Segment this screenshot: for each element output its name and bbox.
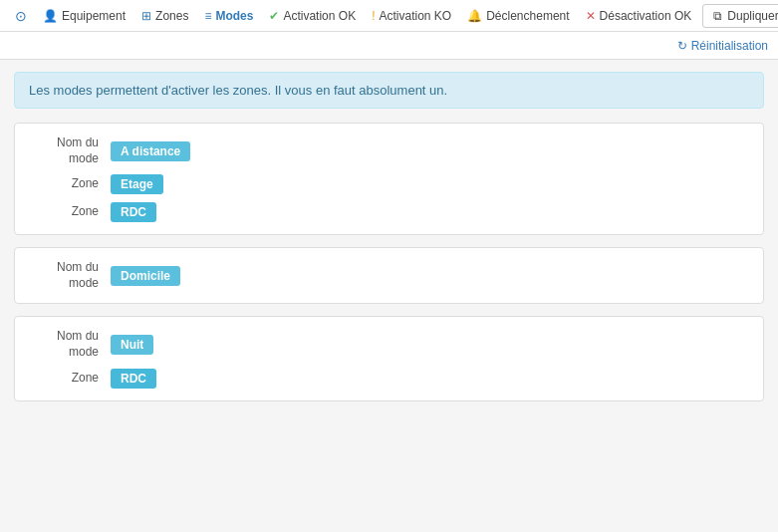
copy-icon: ⧉	[713, 9, 722, 23]
times-icon: ✕	[586, 9, 596, 23]
mode-row: ZoneRDC	[31, 369, 747, 389]
reinitialisation-button[interactable]: ↻ Réinitialisation	[677, 39, 768, 53]
nav-modes[interactable]: ≡ Modes	[197, 5, 260, 27]
equipement-icon: 👤	[43, 9, 58, 23]
mode-row: Nom dumodeNuit	[31, 329, 747, 360]
dupliquer-label: Dupliquer	[727, 9, 778, 23]
home-icon: ⊙	[15, 8, 27, 24]
mode-row-label: Zone	[31, 204, 111, 220]
top-nav: ⊙ 👤 Equipement ⊞ Zones ≡ Modes ✔ Activat…	[0, 0, 778, 32]
nav-equipement-label: Equipement	[62, 9, 126, 23]
mode-tag[interactable]: RDC	[111, 202, 156, 222]
mode-tag[interactable]: A distance	[111, 141, 190, 161]
mode-row-label: Nom dumode	[31, 260, 111, 291]
mode-row: Nom dumodeDomicile	[31, 260, 747, 291]
nav-equipement[interactable]: 👤 Equipement	[36, 5, 132, 27]
mode-tag[interactable]: RDC	[111, 369, 156, 389]
reinit-label: Réinitialisation	[691, 39, 768, 53]
mode-row-label: Nom dumode	[31, 329, 111, 360]
nav-home[interactable]: ⊙	[8, 4, 34, 28]
mode-tag[interactable]: Etage	[111, 174, 163, 194]
nav-zones[interactable]: ⊞ Zones	[134, 5, 195, 27]
mode-row: ZoneEtage	[31, 174, 747, 194]
nav-declenchement-label: Déclenchement	[486, 9, 569, 23]
mode-tag[interactable]: Domicile	[111, 266, 180, 286]
mode-row: Nom dumodeA distance	[31, 135, 747, 166]
nav-activation-ok[interactable]: ✔ Activation OK	[262, 5, 363, 27]
nav-activation-ko-label: Activation KO	[379, 9, 451, 23]
mode-row-label: Nom dumode	[31, 135, 111, 166]
mode-row-label: Zone	[31, 176, 111, 192]
nav-activation-ko[interactable]: ! Activation KO	[365, 5, 458, 27]
bell-icon: 🔔	[467, 9, 482, 23]
exclaim-icon: !	[372, 9, 375, 23]
info-text: Les modes permettent d'activer les zones…	[29, 83, 447, 98]
mode-cards-container: Nom dumodeA distanceZoneEtageZoneRDCNom …	[14, 123, 764, 401]
nav-modes-label: Modes	[215, 9, 253, 23]
modes-icon: ≡	[204, 9, 211, 23]
info-box: Les modes permettent d'activer les zones…	[14, 72, 764, 109]
sub-nav: ↻ Réinitialisation	[0, 32, 778, 60]
zones-icon: ⊞	[141, 9, 151, 23]
nav-desactivation-ok[interactable]: ✕ Désactivation OK	[579, 5, 699, 27]
nav-declenchement[interactable]: 🔔 Déclenchement	[460, 5, 576, 27]
mode-card-1: Nom dumodeA distanceZoneEtageZoneRDC	[14, 123, 764, 235]
nav-zones-label: Zones	[155, 9, 188, 23]
nav-desactivation-ok-label: Désactivation OK	[600, 9, 692, 23]
mode-tag[interactable]: Nuit	[111, 335, 153, 355]
nav-activation-ok-label: Activation OK	[283, 9, 356, 23]
refresh-icon: ↻	[677, 39, 687, 53]
check-icon: ✔	[269, 9, 279, 23]
mode-row: ZoneRDC	[31, 202, 747, 222]
mode-card-3: Nom dumodeNuitZoneRDC	[14, 316, 764, 400]
mode-row-label: Zone	[31, 371, 111, 387]
dupliquer-button[interactable]: ⧉ Dupliquer	[702, 4, 778, 28]
main-content: Les modes permettent d'activer les zones…	[0, 60, 778, 425]
mode-card-2: Nom dumodeDomicile	[14, 247, 764, 304]
